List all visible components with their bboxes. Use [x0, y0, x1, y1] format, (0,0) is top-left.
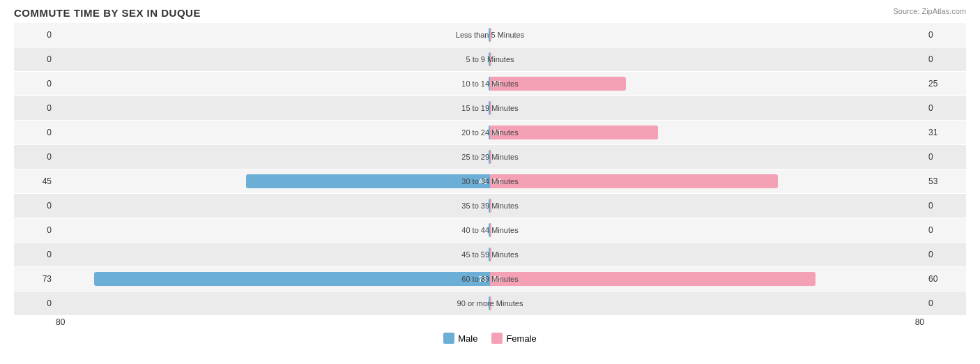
- bar-female: 53: [490, 174, 778, 188]
- left-half: [56, 218, 490, 242]
- left-value: 0: [14, 152, 56, 162]
- legend: Male Female: [14, 333, 966, 344]
- legend-female: Female: [491, 333, 536, 344]
- right-value: 0: [924, 250, 966, 259]
- bar-female: 60: [490, 272, 816, 286]
- bar-section: 45 30 to 34 Minutes 53: [56, 169, 924, 193]
- chart-row: 0 40 to 44 Minutes 0: [14, 218, 966, 242]
- dual-bar: 5 to 9 Minutes: [56, 47, 924, 71]
- bar-section: 10 to 14 Minutes 25: [56, 72, 924, 96]
- bar-female: [490, 150, 491, 164]
- bar-section: 15 to 19 Minutes: [56, 96, 924, 120]
- left-half: [56, 243, 490, 266]
- dual-bar: 35 to 39 Minutes: [56, 194, 924, 218]
- right-half: [490, 218, 924, 242]
- bar-section: 90 or more Minutes: [56, 291, 924, 315]
- right-half: [490, 23, 924, 47]
- left-value: 0: [14, 298, 56, 308]
- chart-area: 0 Less than 5 Minutes 0 0: [14, 23, 966, 315]
- bar-section: Less than 5 Minutes: [56, 23, 924, 47]
- right-value: 25: [924, 79, 966, 89]
- bar-female: 31: [490, 126, 658, 139]
- right-value: 0: [924, 201, 966, 211]
- right-half: [490, 47, 924, 71]
- legend-male: Male: [443, 333, 477, 344]
- bar-female: [490, 28, 491, 42]
- chart-row: 0 45 to 59 Minutes 0: [14, 243, 966, 266]
- bar-male-value: 45: [476, 177, 490, 185]
- right-value: 31: [924, 128, 966, 137]
- left-half: [56, 96, 490, 120]
- bar-section: 73 60 to 89 Minutes 60: [56, 267, 924, 291]
- right-half: [490, 145, 924, 169]
- axis-labels: 80 80: [14, 316, 966, 328]
- bar-section: 5 to 9 Minutes: [56, 47, 924, 71]
- right-half: [490, 291, 924, 315]
- bar-female: 25: [490, 77, 626, 91]
- bar-female: [490, 52, 491, 66]
- dual-bar: 25 to 29 Minutes: [56, 145, 924, 169]
- bar-female-value: 53: [490, 177, 504, 185]
- chart-row: 0 10 to 14 Minutes 25 25: [14, 72, 966, 96]
- dual-bar: Less than 5 Minutes: [56, 23, 924, 47]
- chart-row: 73 73 60 to 89 Minutes 60 60: [14, 267, 966, 291]
- right-half: [490, 194, 924, 218]
- dual-bar: 40 to 44 Minutes: [56, 218, 924, 242]
- bar-female-value: 25: [490, 79, 504, 88]
- bar-female: [490, 248, 491, 261]
- dual-bar: 45 to 59 Minutes: [56, 243, 924, 266]
- left-value: 0: [14, 79, 56, 89]
- left-half: [56, 72, 490, 96]
- dual-bar: 10 to 14 Minutes 25: [56, 72, 924, 96]
- chart-row: 45 45 30 to 34 Minutes 53 53: [14, 169, 966, 193]
- right-value: 0: [924, 298, 966, 308]
- right-half: 31: [490, 121, 924, 144]
- bar-section: 40 to 44 Minutes: [56, 218, 924, 242]
- dual-bar: 90 or more Minutes: [56, 291, 924, 315]
- source-label: Source: ZipAtlas.com: [893, 7, 966, 15]
- chart-title: COMMUTE TIME BY SEX IN DUQUE: [14, 7, 966, 19]
- bar-female-value: 31: [490, 128, 504, 137]
- right-value: 60: [924, 274, 966, 284]
- legend-female-label: Female: [506, 333, 536, 344]
- left-half: [56, 194, 490, 218]
- chart-row: 0 5 to 9 Minutes 0: [14, 47, 966, 71]
- right-value: 0: [924, 54, 966, 64]
- chart-row: 0 35 to 39 Minutes 0: [14, 194, 966, 218]
- chart-row: 0 15 to 19 Minutes 0: [14, 96, 966, 120]
- left-value: 0: [14, 225, 56, 235]
- bar-section: 35 to 39 Minutes: [56, 194, 924, 218]
- left-half: 45: [56, 169, 490, 193]
- axis-right: 80: [915, 317, 924, 327]
- chart-row: 0 90 or more Minutes 0: [14, 291, 966, 315]
- left-value: 45: [14, 176, 56, 186]
- left-value: 0: [14, 30, 56, 40]
- dual-bar: 45 30 to 34 Minutes 53: [56, 169, 924, 193]
- left-half: [56, 291, 490, 315]
- right-half: 25: [490, 72, 924, 96]
- left-value: 0: [14, 250, 56, 259]
- left-value: 0: [14, 103, 56, 113]
- right-value: 0: [924, 225, 966, 235]
- bar-female: [490, 296, 491, 310]
- right-value: 53: [924, 176, 966, 186]
- right-value: 0: [924, 103, 966, 113]
- bar-section: 45 to 59 Minutes: [56, 243, 924, 266]
- left-value: 0: [14, 201, 56, 211]
- dual-bar: 73 60 to 89 Minutes 60: [56, 267, 924, 291]
- axis-left: 80: [56, 317, 65, 327]
- right-half: [490, 243, 924, 266]
- bar-section: 25 to 29 Minutes: [56, 145, 924, 169]
- bar-female: [490, 101, 491, 115]
- right-half: 53: [490, 169, 924, 193]
- dual-bar: 15 to 19 Minutes: [56, 96, 924, 120]
- chart-container: COMMUTE TIME BY SEX IN DUQUE Source: Zip…: [0, 0, 980, 364]
- right-value: 0: [924, 152, 966, 162]
- left-half: [56, 145, 490, 169]
- bar-female-value: 60: [490, 275, 504, 283]
- bar-male: 45: [246, 174, 490, 188]
- left-half: [56, 23, 490, 47]
- chart-row: 0 25 to 29 Minutes 0: [14, 145, 966, 169]
- right-half: [490, 96, 924, 120]
- right-half: 60: [490, 267, 924, 291]
